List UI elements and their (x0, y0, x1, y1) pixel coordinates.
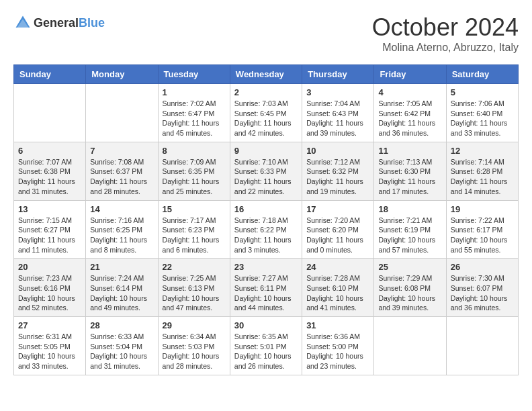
day-number: 2 (234, 87, 298, 97)
day-number: 25 (378, 262, 441, 272)
day-info: Sunrise: 7:17 AMSunset: 6:23 PMDaylight:… (163, 216, 226, 255)
weekday-header-row: SundayMondayTuesdayWednesdayThursdayFrid… (14, 65, 519, 84)
calendar-day-cell: 7Sunrise: 7:08 AMSunset: 6:37 PMDaylight… (86, 142, 158, 200)
day-number: 10 (306, 146, 369, 156)
day-number: 20 (18, 262, 81, 272)
day-number: 16 (234, 204, 298, 214)
calendar-day-cell: 18Sunrise: 7:21 AMSunset: 6:19 PMDayligh… (374, 200, 446, 259)
day-number: 26 (451, 262, 514, 272)
weekday-header-cell: Friday (374, 65, 446, 84)
day-info: Sunrise: 7:28 AMSunset: 6:10 PMDaylight:… (306, 273, 369, 313)
logo-text-general: General (34, 16, 79, 30)
calendar-day-cell: 15Sunrise: 7:17 AMSunset: 6:23 PMDayligh… (158, 200, 230, 259)
day-number: 7 (90, 146, 153, 156)
day-number: 24 (306, 262, 369, 272)
day-info: Sunrise: 7:08 AMSunset: 6:37 PMDaylight:… (90, 157, 153, 197)
calendar-day-cell (14, 84, 86, 142)
day-number: 4 (378, 87, 441, 97)
day-info: Sunrise: 7:04 AMSunset: 6:43 PMDaylight:… (306, 99, 369, 138)
month-title: October 2024 (372, 13, 519, 42)
day-info: Sunrise: 7:09 AMSunset: 6:35 PMDaylight:… (163, 157, 226, 197)
calendar-day-cell: 23Sunrise: 7:27 AMSunset: 6:11 PMDayligh… (230, 259, 302, 317)
calendar-day-cell: 17Sunrise: 7:20 AMSunset: 6:20 PMDayligh… (302, 200, 374, 259)
day-number: 9 (234, 146, 298, 156)
day-number: 6 (18, 146, 81, 156)
day-info: Sunrise: 7:23 AMSunset: 6:16 PMDaylight:… (18, 273, 81, 313)
day-info: Sunrise: 6:31 AMSunset: 5:05 PMDaylight:… (18, 332, 81, 371)
calendar-day-cell: 10Sunrise: 7:12 AMSunset: 6:32 PMDayligh… (302, 142, 374, 200)
calendar-week-row: 20Sunrise: 7:23 AMSunset: 6:16 PMDayligh… (14, 259, 519, 317)
calendar-day-cell: 8Sunrise: 7:09 AMSunset: 6:35 PMDaylight… (158, 142, 230, 200)
day-number: 15 (163, 204, 226, 214)
day-number: 23 (234, 262, 298, 272)
calendar-week-row: 27Sunrise: 6:31 AMSunset: 5:05 PMDayligh… (14, 317, 519, 375)
day-number: 11 (378, 146, 441, 156)
day-number: 31 (306, 320, 369, 330)
day-number: 27 (18, 320, 81, 330)
day-info: Sunrise: 7:20 AMSunset: 6:20 PMDaylight:… (306, 216, 369, 255)
day-info: Sunrise: 7:24 AMSunset: 6:14 PMDaylight:… (90, 273, 153, 313)
day-number: 3 (306, 87, 369, 97)
calendar-day-cell: 16Sunrise: 7:18 AMSunset: 6:22 PMDayligh… (230, 200, 302, 259)
day-info: Sunrise: 7:16 AMSunset: 6:25 PMDaylight:… (90, 216, 153, 255)
day-number: 5 (451, 87, 514, 97)
calendar-day-cell: 27Sunrise: 6:31 AMSunset: 5:05 PMDayligh… (14, 317, 86, 375)
calendar-body: 1Sunrise: 7:02 AMSunset: 6:47 PMDaylight… (14, 84, 519, 375)
calendar-week-row: 1Sunrise: 7:02 AMSunset: 6:47 PMDaylight… (14, 84, 519, 142)
calendar-day-cell: 19Sunrise: 7:22 AMSunset: 6:17 PMDayligh… (446, 200, 518, 259)
calendar-day-cell: 3Sunrise: 7:04 AMSunset: 6:43 PMDaylight… (302, 84, 374, 142)
day-info: Sunrise: 7:14 AMSunset: 6:28 PMDaylight:… (451, 157, 514, 197)
title-section: October 2024 Molina Aterno, Abruzzo, Ita… (372, 13, 519, 54)
weekday-header-cell: Tuesday (158, 65, 230, 84)
day-info: Sunrise: 6:33 AMSunset: 5:04 PMDaylight:… (90, 332, 153, 371)
calendar-day-cell: 9Sunrise: 7:10 AMSunset: 6:33 PMDaylight… (230, 142, 302, 200)
day-info: Sunrise: 7:02 AMSunset: 6:47 PMDaylight:… (163, 99, 226, 138)
day-info: Sunrise: 7:10 AMSunset: 6:33 PMDaylight:… (234, 157, 298, 197)
day-info: Sunrise: 6:34 AMSunset: 5:03 PMDaylight:… (163, 332, 226, 371)
calendar-day-cell: 24Sunrise: 7:28 AMSunset: 6:10 PMDayligh… (302, 259, 374, 317)
day-number: 13 (18, 204, 81, 214)
calendar-day-cell: 5Sunrise: 7:06 AMSunset: 6:40 PMDaylight… (446, 84, 518, 142)
calendar-day-cell: 25Sunrise: 7:29 AMSunset: 6:08 PMDayligh… (374, 259, 446, 317)
day-number: 30 (234, 320, 298, 330)
day-number: 22 (163, 262, 226, 272)
calendar-day-cell (374, 317, 446, 375)
day-number: 8 (163, 146, 226, 156)
calendar-day-cell: 29Sunrise: 6:34 AMSunset: 5:03 PMDayligh… (158, 317, 230, 375)
weekday-header-cell: Sunday (14, 65, 86, 84)
logo: GeneralBlue (13, 13, 105, 32)
day-info: Sunrise: 7:18 AMSunset: 6:22 PMDaylight:… (234, 216, 298, 255)
day-number: 17 (306, 204, 369, 214)
day-info: Sunrise: 7:12 AMSunset: 6:32 PMDaylight:… (306, 157, 369, 197)
calendar-day-cell: 11Sunrise: 7:13 AMSunset: 6:30 PMDayligh… (374, 142, 446, 200)
calendar-day-cell: 26Sunrise: 7:30 AMSunset: 6:07 PMDayligh… (446, 259, 518, 317)
day-info: Sunrise: 7:13 AMSunset: 6:30 PMDaylight:… (378, 157, 441, 197)
calendar-day-cell: 22Sunrise: 7:25 AMSunset: 6:13 PMDayligh… (158, 259, 230, 317)
day-info: Sunrise: 6:35 AMSunset: 5:01 PMDaylight:… (234, 332, 298, 371)
weekday-header-cell: Saturday (446, 65, 518, 84)
day-number: 18 (378, 204, 441, 214)
calendar-table: SundayMondayTuesdayWednesdayThursdayFrid… (13, 64, 519, 375)
day-info: Sunrise: 7:07 AMSunset: 6:38 PMDaylight:… (18, 157, 81, 197)
day-number: 19 (451, 204, 514, 214)
calendar-day-cell: 30Sunrise: 6:35 AMSunset: 5:01 PMDayligh… (230, 317, 302, 375)
location-title: Molina Aterno, Abruzzo, Italy (372, 42, 519, 54)
calendar-day-cell: 28Sunrise: 6:33 AMSunset: 5:04 PMDayligh… (86, 317, 158, 375)
day-number: 14 (90, 204, 153, 214)
day-info: Sunrise: 6:36 AMSunset: 5:00 PMDaylight:… (306, 332, 369, 371)
day-info: Sunrise: 7:15 AMSunset: 6:27 PMDaylight:… (18, 216, 81, 255)
calendar-day-cell: 21Sunrise: 7:24 AMSunset: 6:14 PMDayligh… (86, 259, 158, 317)
calendar-day-cell: 1Sunrise: 7:02 AMSunset: 6:47 PMDaylight… (158, 84, 230, 142)
weekday-header-cell: Thursday (302, 65, 374, 84)
day-number: 21 (90, 262, 153, 272)
logo-text-blue: Blue (79, 16, 105, 30)
day-info: Sunrise: 7:03 AMSunset: 6:45 PMDaylight:… (234, 99, 298, 138)
calendar-day-cell: 12Sunrise: 7:14 AMSunset: 6:28 PMDayligh… (446, 142, 518, 200)
calendar-day-cell: 14Sunrise: 7:16 AMSunset: 6:25 PMDayligh… (86, 200, 158, 259)
day-info: Sunrise: 7:27 AMSunset: 6:11 PMDaylight:… (234, 273, 298, 313)
day-info: Sunrise: 7:06 AMSunset: 6:40 PMDaylight:… (451, 99, 514, 138)
day-info: Sunrise: 7:22 AMSunset: 6:17 PMDaylight:… (451, 216, 514, 255)
day-info: Sunrise: 7:05 AMSunset: 6:42 PMDaylight:… (378, 99, 441, 138)
calendar-day-cell: 6Sunrise: 7:07 AMSunset: 6:38 PMDaylight… (14, 142, 86, 200)
weekday-header-cell: Monday (86, 65, 158, 84)
